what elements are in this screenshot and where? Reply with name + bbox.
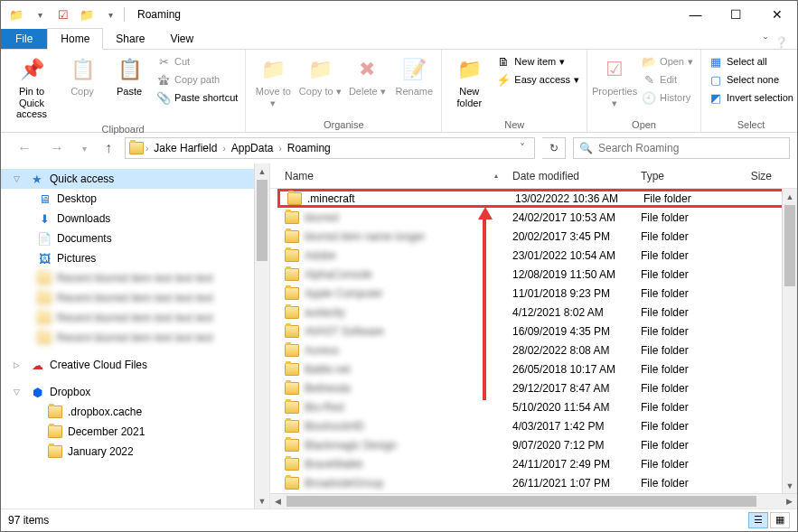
file-row[interactable]: blurred item name longer20/02/2017 3:45 … — [277, 227, 797, 246]
file-row[interactable]: Bio-Red5/10/2020 11:54 AMFile folder — [277, 397, 797, 416]
file-row[interactable]: AlphaConsole12/08/2019 11:50 AMFile fold… — [277, 265, 797, 284]
file-row[interactable]: Blackmagic Design9/07/2020 7:12 PMFile f… — [277, 435, 797, 454]
sidebar-scrollbar[interactable]: ▲▼ — [254, 163, 269, 509]
properties-button[interactable]: ☑Properties ▾ — [593, 53, 636, 110]
tab-file[interactable]: File — [1, 29, 47, 49]
chevron-right-icon[interactable]: › — [146, 144, 148, 154]
open-icon[interactable]: 📁 — [77, 8, 97, 22]
qat-dropdown-icon[interactable]: ▾ — [30, 10, 50, 20]
crumb-2[interactable]: Roaming — [284, 142, 334, 154]
tab-view[interactable]: View — [157, 29, 206, 49]
copy-to-button[interactable]: 📁Copy to ▾ — [298, 53, 342, 99]
copy-button[interactable]: 📋Copy — [61, 53, 104, 99]
rename-button[interactable]: 📝Rename — [392, 53, 436, 99]
pin-quick-access-button[interactable]: 📌Pin to Quick access — [6, 53, 57, 122]
scroll-up-icon[interactable]: ▲ — [255, 163, 269, 179]
col-date[interactable]: Date modified — [505, 170, 634, 182]
file-name: BraveWallet — [305, 458, 362, 471]
invert-selection-button[interactable]: ◩Invert selection — [707, 89, 795, 106]
expand-icon[interactable]: ▽ — [14, 387, 24, 397]
details-view-button[interactable]: ☰ — [748, 512, 768, 528]
sidebar-dropbox[interactable]: ▽⬢Dropbox — [1, 382, 269, 402]
file-row[interactable]: .minecraft13/02/2022 10:36 AMFile folder — [277, 189, 797, 208]
scroll-up-icon[interactable]: ▲ — [783, 189, 797, 204]
scroll-left-icon[interactable]: ◀ — [270, 494, 286, 509]
sidebar-item-downloads[interactable]: ⬇Downloads⚲ — [1, 209, 269, 229]
col-size[interactable]: Size — [724, 170, 797, 182]
address-bar[interactable]: › Jake Harfield › AppData › Roaming ˅ — [125, 137, 535, 159]
sidebar-item-pictures[interactable]: 🖼Pictures⚲ — [1, 248, 269, 268]
minimize-button[interactable]: — — [675, 1, 716, 28]
sidebar-recent-item[interactable]: Recent blurred item text text text — [1, 308, 269, 328]
scroll-down-icon[interactable]: ▼ — [783, 478, 797, 493]
scroll-thumb[interactable] — [257, 180, 268, 261]
scroll-thumb[interactable] — [784, 205, 795, 286]
content-scrollbar[interactable]: ▲▼ — [782, 189, 797, 493]
file-row[interactable]: AVAST Software16/09/2019 4:35 PMFile fol… — [277, 322, 797, 341]
expand-icon[interactable]: ▽ — [14, 174, 24, 183]
ribbon-collapse-icon[interactable]: ˇ — [764, 36, 767, 49]
file-row[interactable]: BraveWallet24/11/2017 2:49 PMFile folder — [277, 454, 797, 473]
file-row[interactable]: Battle.net26/05/2018 10:17 AMFile folder — [277, 359, 797, 378]
sidebar-creative-cloud[interactable]: ▷☁Creative Cloud Files — [1, 355, 269, 375]
nav-recent-button[interactable]: ▾ — [77, 144, 92, 154]
select-none-button[interactable]: ▢Select none — [707, 71, 795, 88]
qat-more-icon[interactable]: ▾ — [100, 10, 120, 20]
close-button[interactable]: ✕ — [756, 1, 797, 28]
scroll-down-icon[interactable]: ▼ — [255, 493, 269, 509]
file-row[interactable]: Adobe23/01/2022 10:54 AMFile folder — [277, 246, 797, 265]
file-row[interactable]: BioshockHD4/03/2017 1:42 PMFile folder — [277, 416, 797, 435]
chevron-right-icon[interactable]: › — [222, 144, 225, 154]
move-to-button[interactable]: 📁Move to ▾ — [251, 53, 295, 110]
file-row[interactable]: BroadsideGroup26/11/2021 1:07 PMFile fol… — [277, 473, 797, 492]
tab-home[interactable]: Home — [47, 28, 103, 50]
col-type[interactable]: Type — [634, 170, 724, 182]
file-row[interactable]: audacity4/12/2021 8:02 AMFile folder — [277, 303, 797, 322]
paste-button[interactable]: 📋Paste — [108, 53, 151, 99]
sidebar-dropbox-item[interactable]: December 2021 — [1, 422, 269, 442]
sidebar-dropbox-item[interactable]: January 2022 — [1, 442, 269, 462]
content-h-scrollbar[interactable]: ◀▶ — [270, 493, 797, 509]
expand-icon[interactable]: ▷ — [14, 360, 24, 369]
nav-up-button[interactable]: ↑ — [99, 140, 117, 156]
scroll-right-icon[interactable]: ▶ — [782, 494, 797, 509]
easy-access-button[interactable]: ⚡Easy access ▾ — [494, 71, 581, 88]
new-folder-button[interactable]: 📁New folder — [447, 53, 491, 110]
address-dropdown-icon[interactable]: ˅ — [514, 142, 530, 154]
help-icon[interactable]: ❔ — [775, 36, 788, 49]
select-all-button[interactable]: ▦Select all — [707, 53, 795, 70]
sidebar-dropbox-item[interactable]: .dropbox.cache — [1, 402, 269, 422]
new-item-button[interactable]: 🗎New item ▾ — [494, 53, 581, 70]
search-box[interactable]: 🔍 — [573, 137, 790, 159]
nav-back-button[interactable]: ← — [12, 140, 37, 156]
properties-icon[interactable]: ☑ — [53, 8, 73, 22]
copy-path-button[interactable]: 🛣Copy path — [155, 71, 239, 88]
sidebar-recent-item[interactable]: Recent blurred item text text text — [1, 268, 269, 288]
refresh-button[interactable]: ↻ — [542, 137, 566, 159]
file-row[interactable]: Bethesda29/12/2017 8:47 AMFile folder — [277, 378, 797, 397]
open-button[interactable]: 📂Open ▾ — [640, 53, 695, 70]
col-name[interactable]: Name▴ — [277, 170, 505, 182]
delete-button[interactable]: ✖Delete ▾ — [345, 53, 389, 99]
sidebar-recent-item[interactable]: Recent blurred item text text text — [1, 328, 269, 348]
history-button[interactable]: 🕘History — [640, 89, 695, 106]
sidebar-item-desktop[interactable]: 🖥Desktop⚲ — [1, 189, 269, 209]
file-row[interactable]: Apple Computer11/01/2018 9:23 PMFile fol… — [277, 284, 797, 303]
crumb-1[interactable]: AppData — [228, 142, 277, 154]
nav-forward-button[interactable]: → — [44, 140, 70, 156]
maximize-button[interactable]: ☐ — [716, 1, 756, 28]
cut-button[interactable]: ✂Cut — [155, 53, 239, 70]
large-icons-view-button[interactable]: ▦ — [770, 512, 790, 528]
file-row[interactable]: Aureus28/02/2022 8:08 AMFile folder — [277, 341, 797, 359]
tab-share[interactable]: Share — [103, 29, 157, 49]
search-input[interactable] — [598, 142, 784, 154]
sidebar-quick-access[interactable]: ▽★Quick access — [1, 169, 269, 189]
sidebar-recent-item[interactable]: Recent blurred item text text text — [1, 288, 269, 308]
chevron-right-icon[interactable]: › — [278, 144, 281, 154]
scroll-thumb[interactable] — [286, 496, 756, 507]
crumb-0[interactable]: Jake Harfield — [150, 142, 221, 154]
paste-shortcut-button[interactable]: 📎Paste shortcut — [155, 89, 239, 106]
edit-button[interactable]: ✎Edit — [640, 71, 695, 88]
sidebar-item-documents[interactable]: 📄Documents⚲ — [1, 229, 269, 248]
file-row[interactable]: blurred24/02/2017 10:53 AMFile folder — [277, 208, 797, 227]
